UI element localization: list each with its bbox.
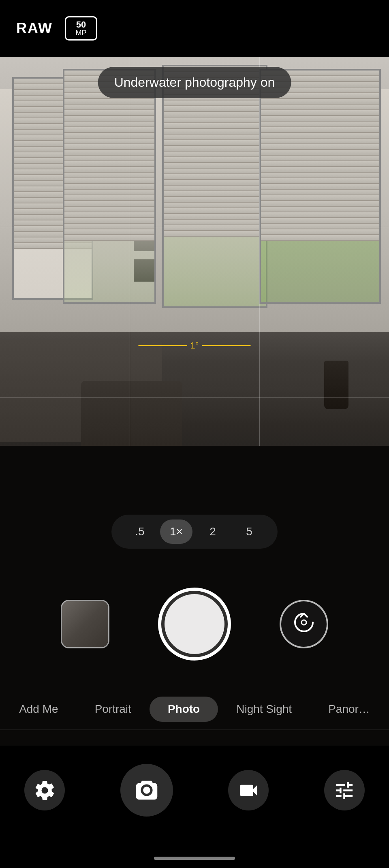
zoom-05-button[interactable]: .5 [124,520,156,544]
mp-label: MP [76,29,87,36]
shutter-button-inner [165,594,224,654]
mode-night-sight-label: Night Sight [236,703,292,715]
window-right [259,69,381,304]
mode-photo-label: Photo [168,703,200,715]
zoom-1x-button[interactable]: 1× [160,520,192,544]
zoom-5-button[interactable]: 5 [233,520,265,544]
svg-point-0 [301,620,306,625]
level-line-right [202,345,251,346]
blinds-center-left [64,71,154,302]
mode-portrait-label: Portrait [95,703,131,715]
window-center-right [162,65,267,308]
camera-icon [133,776,161,804]
zoom-05-label: .5 [135,525,144,538]
separator [0,729,389,730]
level-line-left [138,345,187,346]
mode-tabs: Add Me Portrait Photo Night Sight Panor… [0,689,389,729]
camera-mode-button[interactable] [120,764,173,817]
blinds-center-right [164,66,266,306]
mode-add-me-label: Add Me [19,703,58,715]
notification-toast: Underwater photography on [98,67,291,98]
raw-badge: RAW [16,20,53,37]
gallery-thumbnail-image [62,601,108,647]
gallery-thumbnail[interactable] [61,600,109,648]
mp-number: 50 [76,20,86,29]
video-button[interactable] [228,770,269,810]
settings-icon [34,779,56,802]
home-indicator [154,857,235,860]
blinds-right [261,71,379,302]
sliders-icon [333,779,355,802]
app-container: RAW 50 MP [0,0,389,868]
window-center-left [63,69,156,304]
zoom-1x-label: 1× [170,525,183,538]
controls-area [0,567,389,681]
zoom-2-label: 2 [209,525,216,538]
top-bar: RAW 50 MP [0,0,389,57]
adjustments-button[interactable] [324,770,365,810]
mode-tab-add-me[interactable]: Add Me [1,697,77,722]
video-icon [237,779,260,802]
flip-camera-icon [292,609,316,639]
grid-line-horizontal-2 [0,397,389,398]
mode-panorama-label: Panor… [328,703,370,715]
mode-tab-photo[interactable]: Photo [150,697,218,722]
mode-tab-panorama[interactable]: Panor… [310,697,388,722]
zoom-5-label: 5 [246,525,252,538]
level-angle: 1° [187,340,202,351]
plant-vase [324,361,348,409]
zoom-2-button[interactable]: 2 [197,520,229,544]
shutter-button[interactable] [158,588,231,661]
mode-tab-night-sight[interactable]: Night Sight [218,697,310,722]
level-indicator: 1° [138,340,250,351]
bottom-toolbar [0,746,389,835]
flip-camera-button[interactable] [280,600,328,648]
grid-line-horizontal-1 [0,227,389,227]
zoom-bar: .5 1× 2 5 [111,515,278,549]
mode-tab-portrait[interactable]: Portrait [77,697,150,722]
settings-button[interactable] [24,770,65,810]
mp-badge: 50 MP [65,16,97,41]
